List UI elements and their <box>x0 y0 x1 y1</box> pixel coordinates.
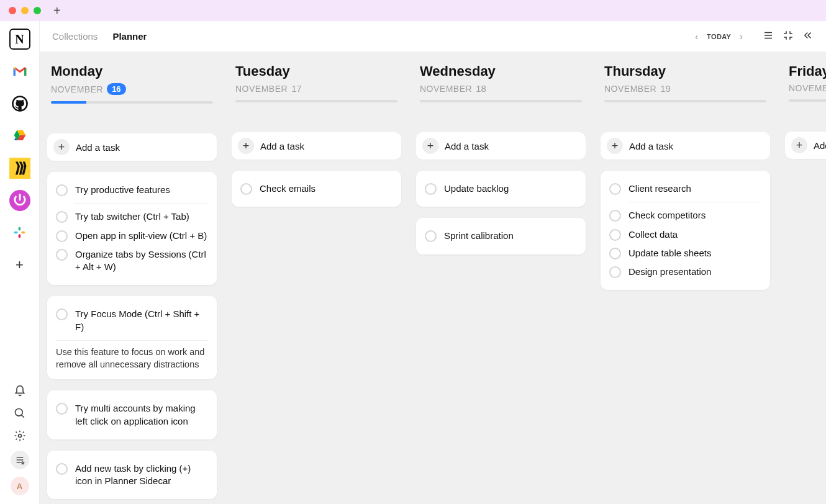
tab-planner[interactable]: Planner <box>112 29 147 44</box>
list-star-icon <box>15 455 25 465</box>
task-card[interactable]: Try productive featuresTry tab switcher … <box>47 172 217 285</box>
svg-point-5 <box>15 409 22 416</box>
task-checkbox[interactable] <box>609 229 621 241</box>
titlebar: + <box>0 0 826 21</box>
app-gmail[interactable] <box>8 60 32 83</box>
add-task-button[interactable]: +Add a task <box>416 132 586 160</box>
collapse-panel-button[interactable] <box>802 30 814 43</box>
add-task-button[interactable]: +Add a task <box>232 132 401 160</box>
task-text: Try tab switcher (Ctrl + Tab) <box>75 210 189 223</box>
task-row: Try Focus Mode (Ctrl + Shift + F) <box>56 305 208 336</box>
planner-board: MondayNOVEMBER16+Add a taskTry productiv… <box>40 52 826 504</box>
task-text: Try productive features <box>75 184 170 196</box>
task-checkbox[interactable] <box>56 308 68 320</box>
next-week-button[interactable]: › <box>740 32 743 42</box>
day-column-monday: MondayNOVEMBER16+Add a taskTry productiv… <box>40 52 224 504</box>
task-card[interactable]: Check emails <box>232 171 401 207</box>
plus-icon: + <box>53 139 70 155</box>
task-checkbox[interactable] <box>56 403 68 415</box>
user-avatar[interactable]: A <box>11 477 29 495</box>
google-drive-icon <box>11 127 29 145</box>
task-row: Sprint calibration <box>425 227 577 245</box>
minimize-window[interactable] <box>21 7 29 14</box>
add-app-button[interactable]: + <box>8 253 32 277</box>
task-row: Add new task by clicking (+) icon in Pla… <box>56 459 208 491</box>
day-name: Thursday <box>604 63 766 79</box>
gmail-icon <box>11 63 29 80</box>
compact-view-button[interactable] <box>783 30 794 43</box>
task-card[interactable]: Sprint calibration <box>416 218 586 254</box>
task-checkbox[interactable] <box>425 183 437 195</box>
task-checkbox[interactable] <box>56 463 68 475</box>
task-card[interactable]: Client researchCheck competitorsCollect … <box>601 171 770 290</box>
month-label: NOVEMBER <box>235 84 288 94</box>
list-view-button[interactable] <box>763 30 774 43</box>
new-tab-button[interactable]: + <box>53 4 61 18</box>
app-notion[interactable]: N <box>8 27 32 51</box>
task-checkbox[interactable] <box>609 183 621 195</box>
task-checkbox[interactable] <box>609 248 621 259</box>
task-card[interactable]: Try multi accounts by making left click … <box>47 390 217 439</box>
list-icon <box>763 30 774 41</box>
close-window[interactable] <box>9 7 16 14</box>
power-icon <box>11 192 29 209</box>
prev-week-button[interactable]: ‹ <box>695 32 698 42</box>
day-name: Monday <box>51 63 213 79</box>
task-checkbox[interactable] <box>425 230 437 242</box>
gear-icon <box>14 430 26 442</box>
task-note: Use this feature to focus on work and re… <box>56 346 208 371</box>
day-column-friday: FridayNOVEMBER+Add a task <box>778 52 826 504</box>
maximize-window[interactable] <box>34 7 41 14</box>
add-task-button[interactable]: +Add a task <box>47 133 217 161</box>
collapse-sidebar-button[interactable] <box>11 451 29 469</box>
add-task-label: Add a task <box>76 142 120 153</box>
today-button[interactable]: TODAY <box>707 33 731 40</box>
task-text: Try multi accounts by making left click … <box>75 402 208 428</box>
add-task-button[interactable]: +Add a task <box>601 132 770 160</box>
app-miro[interactable] <box>8 156 32 180</box>
task-row: Try productive features <box>56 181 208 199</box>
svg-rect-1 <box>14 232 17 234</box>
app-github[interactable] <box>8 92 32 115</box>
app-google-drive[interactable] <box>8 124 32 148</box>
task-text: Add new task by clicking (+) icon in Pla… <box>75 462 208 488</box>
task-card[interactable]: Add new task by clicking (+) icon in Pla… <box>47 451 217 500</box>
svg-point-6 <box>18 434 21 438</box>
task-text: Check competitors <box>629 209 706 222</box>
subtask-row: Try tab switcher (Ctrl + Tab) <box>56 207 208 226</box>
chevron-double-left-icon <box>802 30 814 41</box>
task-checkbox[interactable] <box>56 249 68 261</box>
task-checkbox[interactable] <box>56 184 68 196</box>
traffic-lights <box>9 7 41 14</box>
app-power[interactable] <box>8 189 32 212</box>
task-text: Open app in split-view (Ctrl + B) <box>75 230 207 242</box>
topbar: CollectionsPlanner ‹ TODAY › <box>40 21 826 52</box>
svg-rect-3 <box>21 232 25 234</box>
task-text: Client research <box>629 182 691 195</box>
subtask-row: Organize tabs by Sessions (Ctrl + Alt + … <box>56 245 208 277</box>
task-checkbox[interactable] <box>240 183 252 195</box>
notifications-button[interactable] <box>12 384 27 398</box>
settings-button[interactable] <box>12 428 27 443</box>
today-date-badge: 16 <box>107 83 125 95</box>
task-checkbox[interactable] <box>56 230 68 242</box>
task-text: Sprint calibration <box>444 230 514 242</box>
add-task-button[interactable]: +Add a task <box>785 132 826 159</box>
divider <box>56 340 208 341</box>
tab-collections[interactable]: Collections <box>52 29 98 44</box>
app-sidebar: N + A <box>0 21 40 504</box>
task-text: Organize tabs by Sessions (Ctrl + Alt + … <box>75 248 208 274</box>
task-checkbox[interactable] <box>609 266 621 278</box>
date-number: 18 <box>476 83 486 94</box>
app-slack[interactable] <box>8 221 32 245</box>
search-button[interactable] <box>12 406 27 421</box>
day-column-tuesday: TuesdayNOVEMBER17+Add a taskCheck emails <box>224 52 409 504</box>
task-text: Check emails <box>260 182 315 195</box>
task-row: Try multi accounts by making left click … <box>56 399 208 431</box>
task-card[interactable]: Update backlog <box>416 171 586 207</box>
task-checkbox[interactable] <box>609 210 621 222</box>
day-name: Wednesday <box>420 63 582 79</box>
task-checkbox[interactable] <box>56 211 68 223</box>
add-task-label: Add a task <box>814 140 826 151</box>
task-card[interactable]: Try Focus Mode (Ctrl + Shift + F)Use thi… <box>47 296 217 379</box>
